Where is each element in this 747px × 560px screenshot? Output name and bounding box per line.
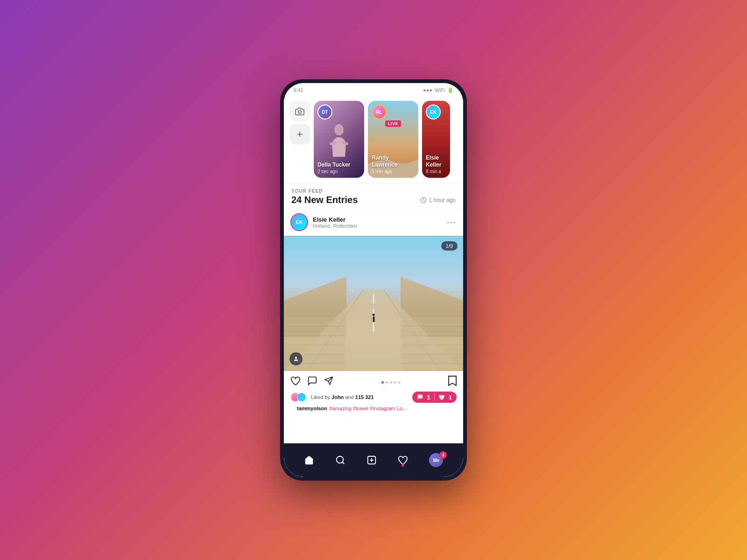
story-card-randy[interactable]: RL LIVE Randy Lawrence 5 min ago [368,101,418,178]
phone-screen: 9:41 ●●● WiFi 🔋 [284,83,463,477]
likes-notif-count: 1 [449,394,452,401]
phone-frame: 9:41 ●●● WiFi 🔋 [280,79,467,481]
search-icon [335,455,345,465]
feed-section: YOUR FEED 24 New Entries 1 hour ago EK [284,183,463,443]
story-card-elsie[interactable]: EK ElsieKeller 8 min a [422,101,450,178]
stories-section: + [284,97,463,183]
share-icon [324,376,333,385]
story-info-randy: Randy Lawrence 5 min ago [372,154,415,174]
dot-2 [386,381,388,384]
post-avatar: EK [290,213,308,231]
bookmark-icon [448,376,457,386]
person-icon [293,356,299,362]
nav-add[interactable] [366,455,377,465]
story-avatar-elsie: EK [426,105,441,119]
desert-steps [284,317,463,371]
svg-rect-17 [402,317,463,371]
story-name-della: Della Tucker [317,161,360,168]
dot-4 [394,381,396,384]
post-username: Elsie Keller [313,216,447,223]
bottom-nav: Me 3 [284,443,463,477]
feed-label: YOUR FEED [291,189,456,194]
story-avatar-della: DT [317,105,332,119]
live-badge-randy: LIVE [385,120,401,127]
status-bar: 9:41 ●●● WiFi 🔋 [284,83,463,97]
svg-line-25 [342,462,344,464]
plus-icon: + [297,129,303,140]
story-time-randy: 5 min ago [372,169,415,174]
comment-notif-count: 1 [427,394,430,401]
feed-header: YOUR FEED 24 New Entries 1 hour ago [284,183,463,208]
notification-bubble-container: 1 1 [412,392,457,403]
heart-notif-dot [402,464,404,467]
svg-point-0 [298,110,302,113]
action-row [290,376,457,389]
heart-icon [290,376,301,385]
carousel-dots [333,381,448,384]
post-user-info: Elsie Keller Holland, Rotterdam [313,216,447,229]
stories-list: DT Della Tucker 2 sec ago [314,101,450,178]
story-card-della[interactable]: DT Della Tucker 2 sec ago [314,101,364,178]
likes-text: Liked by John and 115 321 [311,394,374,400]
feed-meta-row: 24 New Entries 1 hour ago [291,195,456,205]
nav-heart[interactable] [398,455,408,465]
story-name-elsie: ElsieKeller [426,154,446,168]
story-info-elsie: ElsieKeller 8 min a [426,154,446,174]
comment-icon [307,376,317,386]
comment-button[interactable] [307,376,317,389]
like-button[interactable] [290,376,301,388]
story-time-elsie: 8 min a [426,169,446,174]
story-name-randy: Randy Lawrence [372,154,415,168]
likes-row: Liked by John and 115 321 1 [290,392,457,403]
caption-username: tammyolson [297,406,327,411]
liker-name: John [331,394,344,400]
add-nav-icon [366,455,377,465]
post-location: Holland, Rotterdam [313,223,447,229]
profile-badge: 3 [439,451,447,459]
post-more-button[interactable]: ··· [447,217,457,227]
action-left [290,376,333,389]
post-header: EK Elsie Keller Holland, Rotterdam ··· [284,208,463,236]
nav-home[interactable] [304,455,314,465]
heart-notif-icon [438,394,445,400]
caption-row: tammyolson #amazing #travel #instagram L… [290,403,457,414]
story-info-della: Della Tucker 2 sec ago [317,161,360,174]
viewer-avatar-overlay[interactable] [289,352,303,365]
notification-bubble[interactable]: 1 1 [412,392,457,403]
post-actions: Liked by John and 115 321 1 [284,371,463,416]
likes-avatars [290,392,303,402]
add-story-button[interactable]: + [289,124,310,145]
dot-3 [390,381,392,384]
caption-text: #amazing #travel #instagram Lo... [329,406,407,411]
dot-5 [398,381,401,384]
status-icons: ●●● WiFi 🔋 [423,87,454,93]
camera-icon [295,107,304,115]
likes-avatar-2 [297,392,306,402]
time-display: 9:41 [293,87,303,93]
post-image: 1/9 [284,236,463,371]
share-button[interactable] [324,376,333,388]
liked-by-label: Liked by [311,394,330,400]
story-avatar-randy: RL [372,105,387,119]
feed-count: 24 New Entries [291,195,358,205]
image-counter: 1/9 [441,241,458,251]
feed-time: 1 hour ago [420,197,456,203]
likes-count: 115 321 [355,394,374,400]
svg-point-24 [337,456,344,463]
nav-profile[interactable]: Me 3 [429,453,443,467]
clock-icon [420,197,427,203]
comment-notif-icon [417,394,423,400]
svg-point-23 [295,357,297,359]
nav-search[interactable] [335,455,345,465]
svg-point-1 [334,124,344,135]
dot-1 [381,381,384,384]
home-icon [304,455,314,465]
camera-button[interactable]: + [289,101,310,145]
bookmark-button[interactable] [448,376,457,389]
likes-and: and [345,394,355,400]
story-person-della [327,124,351,159]
feed-time-text: 1 hour ago [429,197,456,203]
desert-scene [284,236,463,371]
story-time-della: 2 sec ago [317,169,360,174]
heart-nav-icon [398,455,408,465]
